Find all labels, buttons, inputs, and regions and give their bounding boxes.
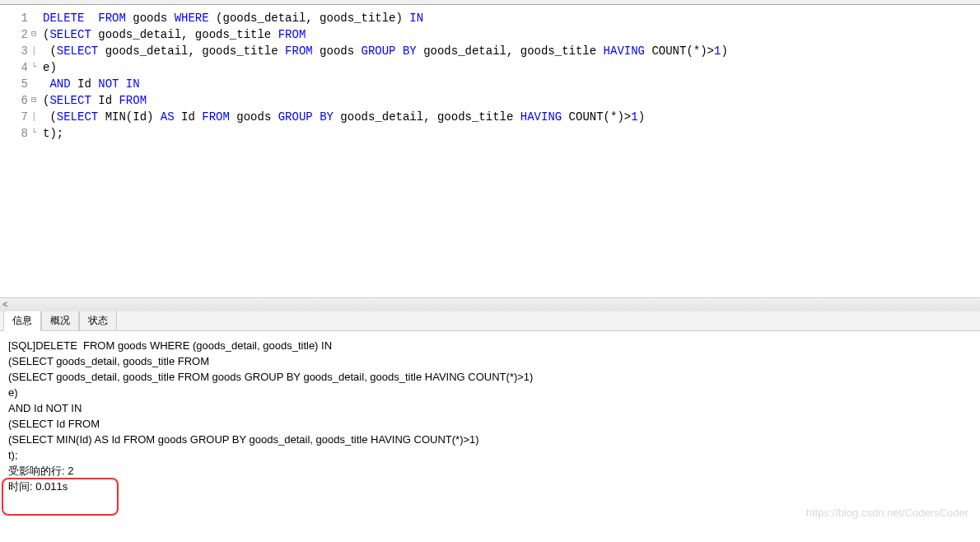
code-content[interactable]: t); xyxy=(41,125,63,142)
fold-marker[interactable]: ⊟ xyxy=(31,92,41,109)
sql-editor[interactable]: 1DELETE FROM goods WHERE (goods_detail, … xyxy=(0,5,980,311)
code-content[interactable]: e) xyxy=(41,59,57,76)
line-number: 6 xyxy=(0,92,31,109)
code-line[interactable]: 8└t); xyxy=(0,125,980,142)
fold-marker: │ xyxy=(31,43,41,59)
code-content[interactable]: (SELECT goods_detail, goods_title FROM xyxy=(41,26,306,43)
code-line[interactable]: 2⊟(SELECT goods_detail, goods_title FROM xyxy=(0,26,980,43)
fold-marker[interactable]: ⊟ xyxy=(31,26,41,43)
tab-profile[interactable]: 概况 xyxy=(41,311,79,330)
result-line: (SELECT MIN(Id) AS Id FROM goods GROUP B… xyxy=(8,432,972,447)
tab-info[interactable]: 信息 xyxy=(3,311,41,331)
execution-time: 时间: 0.011s xyxy=(8,479,972,494)
code-content[interactable]: AND Id NOT IN xyxy=(41,76,140,92)
affected-rows: 受影响的行: 2 xyxy=(8,463,972,479)
result-line: (SELECT Id FROM xyxy=(8,416,972,432)
code-content[interactable]: (SELECT goods_detail, goods_title FROM g… xyxy=(41,43,728,59)
line-number: 2 xyxy=(0,26,31,43)
line-number: 1 xyxy=(0,10,31,26)
line-number: 5 xyxy=(0,76,31,92)
horizontal-scrollbar[interactable]: < xyxy=(0,297,980,311)
line-number: 3 xyxy=(0,43,31,59)
code-line[interactable]: 6⊟(SELECT Id FROM xyxy=(0,92,980,109)
fold-marker: └ xyxy=(31,125,41,142)
tab-status[interactable]: 状态 xyxy=(79,311,117,330)
code-line[interactable]: 1DELETE FROM goods WHERE (goods_detail, … xyxy=(0,10,980,26)
result-tabs: 信息概况状态 xyxy=(0,311,980,331)
result-line: e) xyxy=(8,385,972,400)
code-line[interactable]: 4└e) xyxy=(0,59,980,76)
result-line: AND Id NOT IN xyxy=(8,400,972,416)
fold-marker xyxy=(31,10,41,26)
line-number: 7 xyxy=(0,109,31,125)
fold-marker: │ xyxy=(31,109,41,125)
code-line[interactable]: 7│ (SELECT MIN(Id) AS Id FROM goods GROU… xyxy=(0,109,980,125)
code-content[interactable]: (SELECT Id FROM xyxy=(41,92,147,109)
code-line[interactable]: 3│ (SELECT goods_detail, goods_title FRO… xyxy=(0,43,980,59)
code-content[interactable]: DELETE FROM goods WHERE (goods_detail, g… xyxy=(41,10,423,26)
fold-marker xyxy=(31,76,41,92)
code-line[interactable]: 5 AND Id NOT IN xyxy=(0,76,980,92)
result-panel[interactable]: [SQL]DELETE FROM goods WHERE (goods_deta… xyxy=(0,331,980,527)
scroll-left-arrow[interactable]: < xyxy=(2,299,7,309)
result-line: (SELECT goods_detail, goods_title FROM xyxy=(8,353,972,369)
fold-marker: └ xyxy=(31,59,41,76)
line-number: 4 xyxy=(0,59,31,76)
result-line: (SELECT goods_detail, goods_title FROM g… xyxy=(8,369,972,385)
watermark: https://blog.csdn.net/CodersCoder xyxy=(806,505,968,521)
result-line: [SQL]DELETE FROM goods WHERE (goods_deta… xyxy=(8,338,972,353)
code-content[interactable]: (SELECT MIN(Id) AS Id FROM goods GROUP B… xyxy=(41,109,645,125)
line-number: 8 xyxy=(0,125,31,142)
result-line: t); xyxy=(8,447,972,463)
